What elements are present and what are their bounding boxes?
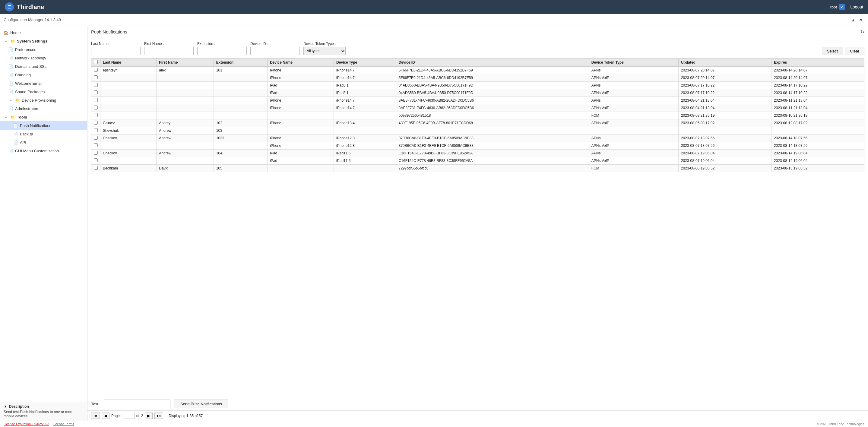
description-panel: ▼ Description Send test Push Notificatio… bbox=[0, 402, 87, 421]
sidebar-item-preferences[interactable]: 📄 Preferences bbox=[0, 45, 87, 54]
row-checkbox[interactable] bbox=[91, 157, 100, 165]
first-name-input[interactable] bbox=[144, 47, 194, 55]
table-row[interactable]: Grunev Andrey 102 iPhone iPhone13,4 439F… bbox=[91, 119, 864, 127]
header-right: root ✓ Logout bbox=[830, 4, 863, 10]
row-updated: 2023-08-07 17:10:22 bbox=[678, 82, 771, 89]
table-row[interactable]: iPhone iPhone14,7 5F66F7E0-21D4-43A5-ABC… bbox=[91, 74, 864, 82]
row-checkbox[interactable] bbox=[91, 74, 100, 82]
select-button[interactable]: Select bbox=[822, 47, 843, 55]
row-checkbox[interactable] bbox=[91, 142, 100, 150]
sidebar-item-welcome-email[interactable]: 📄 Welcome Email bbox=[0, 79, 87, 87]
filter-bar: Last Name : First Name : Extension : Dev… bbox=[91, 41, 864, 55]
row-checkbox[interactable] bbox=[91, 89, 100, 97]
sidebar-administrators-label: Adminstrators bbox=[15, 106, 39, 111]
sidebar-item-home[interactable]: 🏠 Home bbox=[0, 28, 87, 37]
row-token-type: APNs VoIP bbox=[589, 157, 678, 165]
description-header[interactable]: ▼ Description bbox=[4, 404, 84, 408]
nav-up-button[interactable]: ▲ bbox=[850, 17, 857, 23]
row-device-id: 370B6CA0-B1F3-4EF9-B1CF-6A8509AC9E38 bbox=[396, 134, 589, 142]
table-row[interactable]: iPad iPad8,1 04AD3560-BBA5-4BA4-9B50-D75… bbox=[91, 82, 864, 89]
device-id-input[interactable] bbox=[250, 47, 300, 55]
sub-header-nav: ▲ ▼ bbox=[850, 17, 864, 23]
last-page-button[interactable]: ⏭ bbox=[154, 413, 163, 419]
table-row[interactable]: iPhone iPhone14,7 8AE3F731-74FC-4630-AB8… bbox=[91, 97, 864, 104]
row-device-type bbox=[334, 112, 396, 119]
row-checkbox[interactable] bbox=[91, 82, 100, 89]
minus-icon: − bbox=[4, 39, 8, 43]
row-last-name: Checkov bbox=[100, 134, 157, 142]
col-expires: Expires bbox=[771, 59, 864, 67]
row-checkbox[interactable] bbox=[91, 150, 100, 157]
sidebar-item-backup[interactable]: 📄 Backup bbox=[0, 130, 87, 138]
table-row[interactable]: iPhone iPhone14,7 8AE3F731-74FC-4630-AB8… bbox=[91, 104, 864, 112]
sidebar-item-tools[interactable]: − 📁 Tools bbox=[0, 113, 87, 121]
table-row[interactable]: epshteyn alex 101 iPhone iPhone14,7 5F66… bbox=[91, 67, 864, 74]
row-updated: 2023-08-07 19:06:04 bbox=[678, 157, 771, 165]
sidebar-item-network-topology[interactable]: 📄 Network Topology bbox=[0, 54, 87, 62]
nav-down-button[interactable]: ▼ bbox=[858, 17, 864, 23]
row-first-name: Andrey bbox=[157, 119, 214, 127]
first-page-button[interactable]: ⏮ bbox=[91, 413, 100, 419]
license-terms[interactable]: License Terms bbox=[53, 422, 74, 426]
sidebar-item-administrators[interactable]: 📄 Adminstrators bbox=[0, 104, 87, 113]
row-expires: 2023-08-14 17:10:22 bbox=[771, 82, 864, 89]
page-title-bar: Push Notifications ↻ bbox=[88, 26, 868, 38]
table-row[interactable]: Shevchuk Andrew 103 bbox=[91, 127, 864, 134]
sidebar-item-branding[interactable]: 📄 Branding bbox=[0, 70, 87, 79]
row-extension bbox=[214, 142, 267, 150]
col-checkbox bbox=[91, 59, 100, 67]
notification-text-input[interactable] bbox=[104, 400, 170, 408]
total-pages: 2 bbox=[141, 414, 143, 418]
last-name-input[interactable] bbox=[91, 47, 141, 55]
prev-page-button[interactable]: ◀ bbox=[102, 413, 110, 419]
page-input[interactable]: 1 bbox=[124, 413, 134, 419]
extension-input[interactable] bbox=[197, 47, 247, 55]
table-row[interactable]: Checkov Andrew 104 iPad iPad11,6 C16F154… bbox=[91, 150, 864, 157]
row-device-type: iPhone14,7 bbox=[334, 104, 396, 112]
last-name-label: Last Name : bbox=[91, 41, 141, 46]
row-checkbox[interactable] bbox=[91, 165, 100, 172]
row-checkbox[interactable] bbox=[91, 104, 100, 112]
sidebar-item-gui-menu-customization[interactable]: 📄 GUI Menu Customization bbox=[0, 147, 87, 155]
license-expiration[interactable]: License Expiration: 09/02/2023 bbox=[4, 422, 49, 426]
col-device-name: Device Name bbox=[268, 59, 334, 67]
row-checkbox[interactable] bbox=[91, 127, 100, 134]
row-token-type: FCM bbox=[589, 112, 678, 119]
sidebar-item-domains-ssl[interactable]: 📄 Domains and SSL bbox=[0, 62, 87, 70]
row-extension: 101 bbox=[214, 67, 267, 74]
row-checkbox[interactable] bbox=[91, 97, 100, 104]
row-checkbox[interactable] bbox=[91, 119, 100, 127]
row-device-id: 8AE3F731-74FC-4630-AB82-26ADFD0DC5B6 bbox=[396, 97, 589, 104]
table-row[interactable]: Checkov Andrew 1033 iPhone iPhone12,8 37… bbox=[91, 134, 864, 142]
sidebar-item-api[interactable]: 📄 API bbox=[0, 138, 87, 147]
row-checkbox[interactable] bbox=[91, 112, 100, 119]
refresh-icon[interactable]: ↻ bbox=[861, 29, 864, 35]
send-push-button[interactable]: Send Push Notifications bbox=[174, 400, 228, 408]
col-updated: Updated bbox=[678, 59, 771, 67]
sidebar-item-device-provisioning[interactable]: + 📁 Device Provisioning bbox=[0, 96, 87, 104]
sidebar-item-system-settings[interactable]: − 📁 System Settings bbox=[0, 37, 87, 45]
device-token-type-select[interactable]: All types APNs APNs VoIP FCM bbox=[303, 47, 346, 55]
next-page-button[interactable]: ▶ bbox=[145, 413, 153, 419]
sidebar-preferences-label: Preferences bbox=[15, 47, 36, 52]
sidebar-network-label: Network Topology bbox=[15, 56, 46, 60]
sidebar-gui-menu-label: GUI Menu Customization bbox=[15, 149, 59, 153]
extension-label: Extension : bbox=[197, 41, 247, 46]
row-checkbox[interactable] bbox=[91, 134, 100, 142]
table-row[interactable]: iPad iPad8,1 04AD3560-BBA5-4BA4-9B50-D75… bbox=[91, 89, 864, 97]
row-checkbox[interactable] bbox=[91, 67, 100, 74]
table-row[interactable]: b0e3972565481518 FCM 2023-08-03 21:36:19… bbox=[91, 112, 864, 119]
sidebar-item-sound-packages[interactable]: 📄 Sound Packages bbox=[0, 87, 87, 96]
table-row[interactable]: iPhone iPhone12,8 370B6CA0-B1F3-4EF9-B1C… bbox=[91, 142, 864, 150]
table-row[interactable]: Bechkam David 105 7297bdf55b5bfcc8 FCM 2… bbox=[91, 165, 864, 172]
row-device-type: iPad8,1 bbox=[334, 82, 396, 89]
content-area: Push Notifications ↻ Last Name : First N… bbox=[88, 26, 868, 421]
clear-button[interactable]: Clear bbox=[845, 47, 864, 55]
sidebar-item-push-notifications[interactable]: 📄 Push Notifications bbox=[0, 121, 87, 130]
table-row[interactable]: iPad iPad11,6 C16F154C-E778-49B8-BF83-3C… bbox=[91, 157, 864, 165]
select-all-checkbox[interactable] bbox=[94, 60, 98, 64]
row-token-type: APNs bbox=[589, 82, 678, 89]
row-first-name: Andrew bbox=[157, 134, 214, 142]
logout-button[interactable]: Logout bbox=[850, 4, 863, 9]
row-expires: 2023-08-14 18:07:56 bbox=[771, 134, 864, 142]
